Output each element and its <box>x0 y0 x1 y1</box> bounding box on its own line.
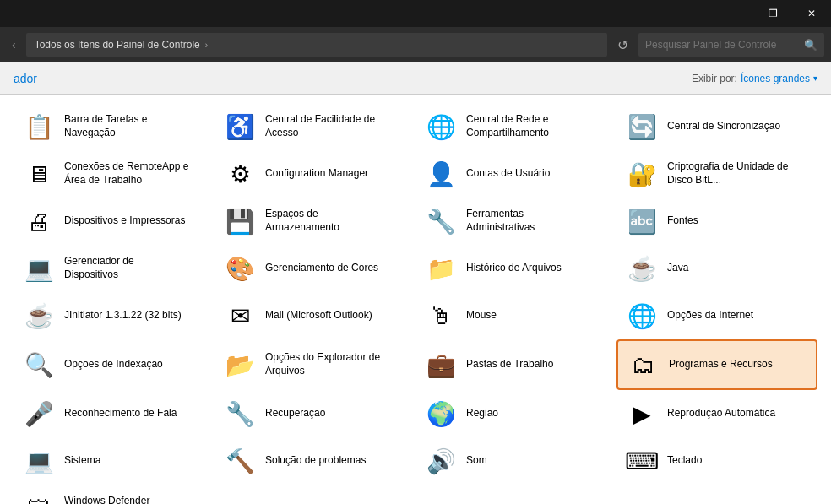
item-historico-arquivos[interactable]: 📁Histórico de Arquivos <box>416 245 616 292</box>
java-icon: ☕ <box>625 252 659 285</box>
path-text: Todos os Itens do Painel de Controle <box>35 39 200 51</box>
configuration-manager-icon: ⚙ <box>223 157 257 191</box>
item-sistema[interactable]: 💻Sistema <box>14 437 215 485</box>
opcoes-internet-icon: 🌐 <box>625 299 659 333</box>
view-dropdown-arrow[interactable]: ▾ <box>813 73 817 83</box>
item-espacos-armazenamento[interactable]: 💾Espaços de Armazenamento <box>215 198 416 245</box>
sistema-label: Sistema <box>64 454 100 468</box>
item-jinitiator[interactable]: ☕JInitiator 1.3.1.22 (32 bits) <box>14 292 215 339</box>
opcoes-indexacao-icon: 🔍 <box>22 348 56 382</box>
recuperacao-label: Recuperação <box>265 407 325 420</box>
view-value[interactable]: Ícones grandes <box>741 73 810 84</box>
pastas-trabalho-label: Pastas de Trabalho <box>466 358 553 371</box>
item-recuperacao[interactable]: 🔧Recuperação <box>215 390 416 437</box>
item-som[interactable]: 🔊Som <box>416 437 616 485</box>
search-icon: 🔍 <box>804 39 817 51</box>
item-central-sincronizacao[interactable]: 🔄Central de Sincronização <box>616 103 817 150</box>
mail-label: Mail (Microsoft Outlook) <box>265 309 372 322</box>
minimize-button[interactable]: — <box>714 0 753 27</box>
back-button[interactable]: ‹ <box>7 35 21 55</box>
gerenciamento-cores-icon: 🎨 <box>223 252 257 285</box>
item-solucao-problemas[interactable]: 🔨Solução de problemas <box>215 437 416 485</box>
historico-arquivos-label: Histórico de Arquivos <box>466 262 562 275</box>
item-central-facilidade[interactable]: ♿Central de Facilidade de Acesso <box>215 103 416 150</box>
item-gerenciador-dispositivos[interactable]: 💻Gerenciador de Dispositivos <box>14 245 215 292</box>
central-facilidade-icon: ♿ <box>223 110 257 144</box>
programas-recursos-icon: 🗂 <box>627 348 660 382</box>
item-reconhecimento-fala[interactable]: 🎤Reconhecimento de Fala <box>14 390 215 437</box>
fontes-icon: 🔤 <box>625 204 659 238</box>
item-mouse[interactable]: 🖱Mouse <box>416 292 616 339</box>
gerenciador-dispositivos-icon: 💻 <box>22 252 56 285</box>
opcoes-explorador-label: Opções do Explorador de Arquivos <box>265 351 380 377</box>
configuration-manager-label: Configuration Manager <box>265 167 368 181</box>
pastas-trabalho-icon: 💼 <box>424 348 458 382</box>
historico-arquivos-icon: 📁 <box>424 252 458 285</box>
criptografia-label: Criptografia de Unidade de Disco BitL... <box>667 160 788 187</box>
item-conexoes-remoteapp[interactable]: 🖥Conexões de RemoteApp e Área de Trabalh… <box>14 150 215 198</box>
page-title: ador <box>14 72 37 85</box>
item-configuration-manager[interactable]: ⚙Configuration Manager <box>215 150 416 198</box>
item-java[interactable]: ☕Java <box>616 245 817 292</box>
item-pastas-trabalho[interactable]: 💼Pastas de Trabalho <box>416 339 616 390</box>
item-opcoes-explorador[interactable]: 📂Opções do Explorador de Arquivos <box>215 339 416 390</box>
item-opcoes-indexacao[interactable]: 🔍Opções de Indexação <box>14 339 215 390</box>
gerenciamento-cores-label: Gerenciamento de Cores <box>265 262 378 275</box>
mail-icon: ✉ <box>223 299 257 333</box>
opcoes-internet-label: Opções da Internet <box>667 309 753 322</box>
item-ferramentas-admin[interactable]: 🔧Ferramentas Administrativas <box>416 198 616 245</box>
criptografia-icon: 🔐 <box>625 157 659 191</box>
item-teclado[interactable]: ⌨Teclado <box>616 437 817 485</box>
view-options: Exibir por: Ícones grandes ▾ <box>692 73 817 84</box>
item-contas-usuario[interactable]: 👤Contas de Usuário <box>416 150 616 198</box>
windows-defender-icon: 🛡 <box>22 491 56 504</box>
central-rede-icon: 🌐 <box>424 110 458 144</box>
mouse-label: Mouse <box>466 309 497 322</box>
central-rede-label: Central de Rede e Compartilhamento <box>466 113 549 139</box>
barra-tarefas-label: Barra de Tarefas e Navegação <box>64 113 148 139</box>
item-criptografia[interactable]: 🔐Criptografia de Unidade de Disco BitL..… <box>616 150 817 198</box>
jinitiator-icon: ☕ <box>22 299 56 333</box>
addressbar: ‹ Todos os Itens do Painel de Controle ›… <box>0 27 831 62</box>
gerenciador-dispositivos-label: Gerenciador de Dispositivos <box>64 255 134 281</box>
regiao-icon: 🌍 <box>424 397 458 431</box>
item-programas-recursos[interactable]: 🗂Programas e Recursos <box>616 339 817 390</box>
jinitiator-label: JInitiator 1.3.1.22 (32 bits) <box>64 309 182 322</box>
titlebar: — ❐ ✕ <box>0 0 831 27</box>
item-central-rede[interactable]: 🌐Central de Rede e Compartilhamento <box>416 103 616 150</box>
item-windows-defender[interactable]: 🛡Windows Defender Firewall <box>14 485 215 504</box>
restore-button[interactable]: ❐ <box>753 0 792 27</box>
item-reproducao-automatica[interactable]: ▶Reprodução Automática <box>616 390 817 437</box>
items-grid: 📋Barra de Tarefas e Navegação♿Central de… <box>14 103 817 504</box>
solucao-problemas-icon: 🔨 <box>223 444 257 478</box>
search-input[interactable] <box>645 39 801 51</box>
item-regiao[interactable]: 🌍Região <box>416 390 616 437</box>
recuperacao-icon: 🔧 <box>223 397 257 431</box>
ferramentas-admin-icon: 🔧 <box>424 204 458 238</box>
dispositivos-impressoras-icon: 🖨 <box>22 204 56 238</box>
item-gerenciamento-cores[interactable]: 🎨Gerenciamento de Cores <box>215 245 416 292</box>
item-mail[interactable]: ✉Mail (Microsoft Outlook) <box>215 292 416 339</box>
close-button[interactable]: ✕ <box>792 0 831 27</box>
regiao-label: Região <box>466 407 498 420</box>
refresh-button[interactable]: ↺ <box>612 34 633 57</box>
fontes-label: Fontes <box>667 214 698 228</box>
item-opcoes-internet[interactable]: 🌐Opções da Internet <box>616 292 817 339</box>
java-label: Java <box>667 262 688 275</box>
search-box[interactable]: 🔍 <box>638 33 824 57</box>
som-icon: 🔊 <box>424 444 458 478</box>
item-dispositivos-impressoras[interactable]: 🖨Dispositivos e Impressoras <box>14 198 215 245</box>
header-row: ador Exibir por: Ícones grandes ▾ <box>0 62 831 95</box>
conexoes-remoteapp-icon: 🖥 <box>22 157 56 191</box>
windows-defender-label: Windows Defender Firewall <box>64 495 149 504</box>
sistema-icon: 💻 <box>22 444 56 478</box>
central-facilidade-label: Central de Facilidade de Acesso <box>265 113 375 139</box>
path-chevron: › <box>205 41 208 50</box>
ferramentas-admin-label: Ferramentas Administrativas <box>466 208 535 234</box>
mouse-icon: 🖱 <box>424 299 458 333</box>
item-barra-tarefas[interactable]: 📋Barra de Tarefas e Navegação <box>14 103 215 150</box>
item-fontes[interactable]: 🔤Fontes <box>616 198 817 245</box>
reconhecimento-fala-label: Reconhecimento de Fala <box>64 407 177 420</box>
view-label: Exibir por: <box>692 73 737 84</box>
address-path[interactable]: Todos os Itens do Painel de Controle › <box>26 33 607 57</box>
